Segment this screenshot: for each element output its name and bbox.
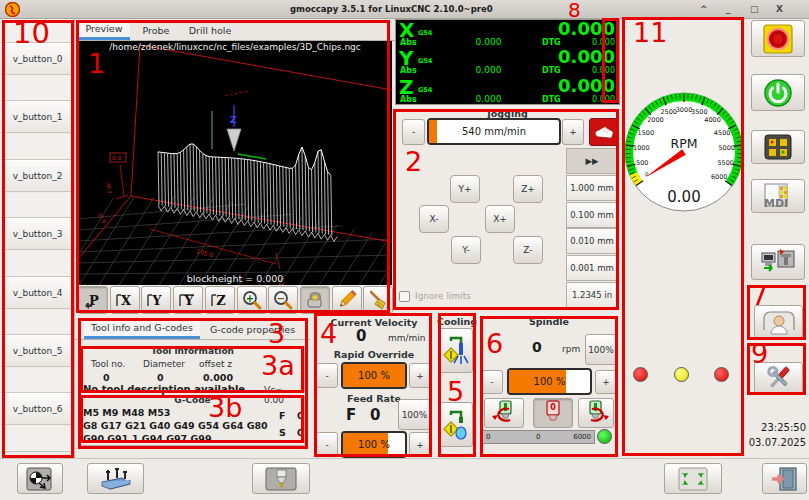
hand-icon [593, 123, 615, 141]
spindle-cw-button[interactable] [578, 398, 614, 428]
sidebar-button-5[interactable]: v_button_5 [1, 335, 74, 367]
sidebar-header-gap [1, 19, 74, 43]
feed-f-value: 0 [370, 406, 380, 424]
rapid-override-bar[interactable]: 100 % [341, 362, 407, 389]
increment-4[interactable]: 1.2345 in [566, 282, 618, 308]
preview-tabbar: Preview Probe Drill hole [75, 19, 395, 41]
sidebar-button-0[interactable]: v_button_0 [1, 43, 74, 75]
feed-override-bar[interactable]: 100 % [341, 431, 407, 458]
machine-icon [760, 247, 796, 277]
spindle-stop-button[interactable]: 0 [533, 398, 573, 428]
axis-value: 0.000 [558, 46, 615, 67]
edit-gcode-button[interactable] [332, 286, 362, 314]
clean-dro-button[interactable] [363, 286, 393, 314]
dro-axis-z[interactable]: ZG54Abs0.000DTG0.0000.000 [396, 77, 619, 105]
axis-value: 0.000 [558, 75, 615, 96]
sidebar-button-2[interactable]: v_button_2 [1, 160, 74, 192]
touch-plate-button[interactable] [87, 463, 144, 494]
touch-off-button[interactable] [17, 463, 63, 494]
tool-settings-button[interactable] [754, 362, 803, 394]
sidebar-button-3[interactable]: v_button_3 [1, 218, 74, 250]
view-z-button[interactable]: Z [205, 286, 235, 314]
sidebar-button-1[interactable]: v_button_1 [1, 101, 74, 133]
feed-reset-button[interactable]: 100% [398, 399, 431, 430]
jog-hand-button[interactable] [589, 118, 618, 146]
sidebar-button-6[interactable]: v_button_6 [1, 393, 74, 425]
spindle-title: Spindle [478, 316, 620, 327]
jog-z-minus-button[interactable]: Z- [513, 236, 543, 264]
spindle-cw-icon [580, 400, 612, 426]
exit-button[interactable] [762, 463, 807, 494]
sidebar-gap [1, 426, 74, 451]
mist-button[interactable] [439, 328, 473, 373]
f-label: F [279, 410, 286, 421]
svg-text:4000: 4000 [704, 116, 721, 124]
tab-drill-hole[interactable]: Drill hole [180, 20, 240, 40]
spindle-reset-button[interactable]: 100% [585, 334, 617, 365]
jog-speed-bar[interactable]: 540 mm/min [427, 118, 561, 145]
maximize-button[interactable]: □ [750, 4, 759, 14]
tab-probe[interactable]: Probe [135, 20, 177, 40]
view-y2-button[interactable]: Y [173, 286, 203, 314]
user-setup-button[interactable] [754, 305, 803, 338]
feed-plus-button[interactable]: + [409, 432, 431, 457]
tab-preview[interactable]: Preview [78, 20, 130, 40]
manual-mode-button[interactable] [751, 244, 805, 280]
gremlin-3d-preview[interactable]: Z105.053.00.0-30.3-32.8 /home/zdenek/lin… [78, 41, 392, 285]
increment-0[interactable]: 1.000 mm [566, 175, 618, 201]
tab-gcode-properties[interactable]: G-code properties [205, 319, 300, 339]
increment-continuous[interactable]: ▶▶ [566, 148, 618, 174]
tool-no-header: Tool no. [91, 359, 125, 369]
svg-text:0: 0 [645, 171, 649, 177]
tools-icon [762, 364, 796, 392]
jog-y-minusplus-button[interactable]: Y+ [450, 175, 480, 203]
fullscreen-button[interactable] [664, 463, 722, 494]
increment-1[interactable]: 0.100 mm [566, 202, 618, 228]
spindle-rpm-value: 0 [532, 339, 542, 355]
close-button[interactable]: X [776, 4, 783, 14]
sidebar-button-4[interactable]: v_button_4 [1, 277, 74, 309]
jog-x-minus-button[interactable]: X- [419, 205, 449, 233]
svg-text:P: P [89, 293, 99, 308]
tab-tool-info[interactable]: Tool info and G-codes [84, 319, 200, 339]
zoom-in-button[interactable]: + [237, 286, 267, 314]
view-letter: P [81, 289, 105, 311]
view-x-button[interactable]: X [110, 286, 140, 314]
exit-icon [770, 466, 800, 492]
rapid-minus-button[interactable]: - [316, 363, 338, 388]
minimize-button[interactable]: _ [726, 4, 731, 14]
dro-axis-x[interactable]: XG54Abs0.000DTG0.0000.000 [396, 20, 619, 48]
view-perspective-button[interactable]: P [78, 286, 108, 314]
increment-2[interactable]: 0.010 mm [566, 228, 618, 254]
diameter-header: Diameter [143, 359, 185, 369]
gmoccapy-window: gmoccapy 3.5.1 for LinuxCNC 2.10.0~pre0 … [0, 0, 809, 500]
feed-minus-button[interactable]: - [316, 432, 338, 457]
rapid-plus-button[interactable]: + [409, 363, 431, 388]
estop-button[interactable] [751, 20, 805, 57]
view-y-button[interactable]: Y [141, 286, 171, 314]
machine-on-button[interactable] [751, 74, 805, 111]
shade-button[interactable]: ^ [700, 4, 708, 14]
spindle-minus-button[interactable]: - [481, 370, 503, 394]
spindle-plus-button[interactable]: + [595, 370, 617, 394]
jog-y-minus-button[interactable]: Y- [451, 236, 481, 264]
spindle-override-bar[interactable]: 100 % [507, 368, 592, 395]
annotation-label-5: 5 [447, 378, 464, 405]
zoom-out-button[interactable]: − [268, 286, 298, 314]
jog-z-minusplus-button[interactable]: Z+ [513, 175, 543, 203]
jog-speed-plus[interactable]: + [562, 119, 584, 145]
tool-measure-button[interactable] [252, 463, 310, 494]
dro-panel[interactable]: XG54Abs0.000DTG0.0000.000YG54Abs0.000DTG… [395, 19, 620, 105]
coord-system: G54 [418, 86, 432, 94]
settings-mode-button[interactable] [751, 130, 805, 164]
ignore-limits-checkbox[interactable] [399, 291, 410, 302]
flood-button[interactable] [439, 402, 473, 447]
svg-text:1000: 1000 [633, 144, 650, 152]
clear-plot-button[interactable] [300, 286, 330, 314]
increment-3[interactable]: 0.001 mm [566, 255, 618, 281]
jog-speed-minus[interactable]: - [402, 119, 425, 145]
dro-axis-y[interactable]: YG54Abs0.000DTG0.0000.000 [396, 48, 619, 76]
spindle-ccw-button[interactable] [484, 398, 524, 428]
mdi-button[interactable]: MDI [751, 179, 805, 213]
jog-x-minusplus-button[interactable]: X+ [485, 205, 515, 233]
